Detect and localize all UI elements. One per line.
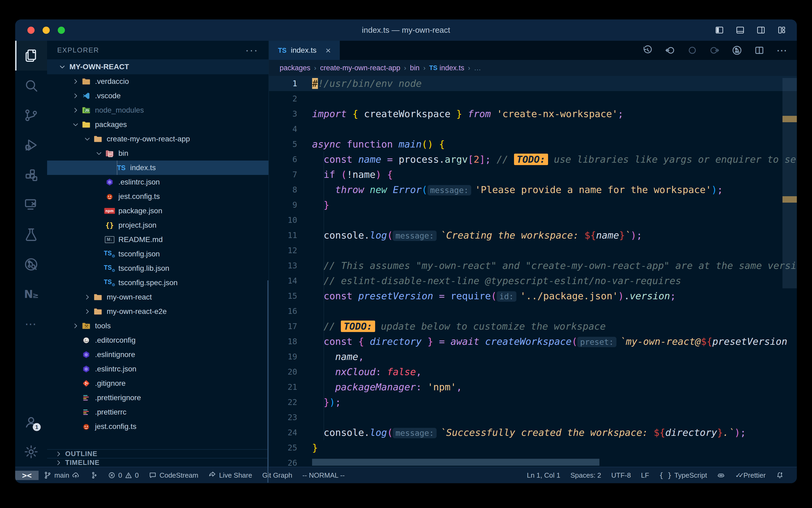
breadcrumb-item-bin[interactable]: bin [410,64,420,72]
codestream-status[interactable]: CodeStream [144,467,203,483]
tree-item--eslintrc-json[interactable]: .eslintrc.json [47,362,269,376]
close-tab-icon[interactable]: × [325,45,331,56]
tree-item--verdaccio[interactable]: .verdaccio [47,74,269,89]
activity-bar-item-explorer[interactable] [15,41,47,71]
tree-item--eslintignore[interactable]: .eslintignore [47,347,269,362]
vertical-scrollbar[interactable] [782,78,797,288]
navigate-back-icon[interactable] [665,45,675,56]
tree-item-package-json[interactable]: npmpackage.json [47,204,269,218]
tree-item-tools[interactable]: ⚒tools [47,319,269,333]
activity-bar-item-remote-explorer[interactable] [15,190,47,220]
chevron-right-icon [71,78,80,85]
code-token: presetVersion [358,291,433,301]
language-status[interactable]: { }TypeScript [654,467,712,483]
tree-item-readme-md[interactable]: M↓README.md [47,232,269,247]
activity-bar-item-run-and-debug[interactable] [15,130,47,160]
tab-index-ts[interactable]: TS index.ts × [269,41,340,60]
activity-bar-item-settings[interactable] [15,437,47,467]
tree-item-tsconfig-json[interactable]: TS⚙tsconfig.json [47,247,269,261]
tree-item--editorconfig[interactable]: .editorconfig [47,333,269,347]
more-actions-icon[interactable]: ⋯ [776,49,788,51]
tree-item-bin[interactable]: 0110bin [47,146,269,161]
code-token: // eslint-disable-next-line @typescript-… [324,275,681,286]
indentation-status[interactable]: Spaces: 2 [565,467,606,483]
tree-item-my-own-react[interactable]: my-own-react [47,290,269,304]
code-token: ) [375,169,381,180]
breadcrumb-item-index-ts[interactable]: TSindex.ts [429,64,464,72]
git-graph-status[interactable]: Git Graph [257,467,297,483]
code-line-2: 2 [269,91,797,106]
code-token: ( [422,184,428,195]
breadcrumb-item-packages[interactable]: packages [280,64,311,72]
tree-item-label: my-own-react-e2e [107,307,167,316]
tree-item-project-json[interactable]: {}project.json [47,218,269,232]
notifications-bell[interactable] [771,467,789,483]
activity-bar-item-more[interactable]: ⋯ [15,309,47,339]
code-token: nxCloud [335,366,376,377]
code-token: throw [335,184,364,195]
remote-indicator[interactable]: >< [15,471,39,480]
tree-item-label: index.ts [130,164,156,172]
copilot-status[interactable] [712,467,730,483]
tree-item-node-modules[interactable]: JSnode_modules [47,103,269,117]
branch-status[interactable]: main [39,467,85,483]
encoding-status[interactable]: UTF-8 [606,467,636,483]
tree-root-my-own-react[interactable]: MY-OWN-REACT [47,59,269,74]
eol-status[interactable]: LF [636,467,654,483]
horizontal-scrollbar[interactable] [312,459,600,466]
breadcrumb-item-create-my-own-react-app[interactable]: create-my-own-react-app [320,64,400,72]
activity-bar-item-search[interactable] [15,71,47,100]
toggle-primary-sidebar-icon[interactable] [715,26,724,35]
navigate-forward-icon[interactable] [709,45,720,56]
cursor-position-status[interactable]: Ln 1, Col 1 [522,467,565,483]
problems-status[interactable]: 00 [103,467,144,483]
vim-mode-status[interactable]: -- NORMAL -- [297,467,349,483]
eslint-icon [81,364,91,374]
commits-status[interactable] [85,467,103,483]
tree-item-index-ts[interactable]: TSindex.ts [47,161,269,175]
folder-orange-icon [81,76,91,87]
tree-item-my-own-react-e2e[interactable]: my-own-react-e2e [47,304,269,319]
activity-bar-item-source-control[interactable] [15,100,47,130]
sidebar-more-actions[interactable]: ··· [245,47,258,53]
toggle-secondary-sidebar-icon[interactable] [756,26,765,35]
code-token: createWorkspace [358,109,456,119]
tree-item-jest-config-ts[interactable]: jest.config.ts [47,419,269,434]
activity-bar-item-extensions[interactable] [15,160,47,190]
tree-item--prettierignore[interactable]: .prettierignore [47,391,269,405]
breadcrumb-item--[interactable]: … [474,64,481,72]
tree-item--eslintrc-json[interactable]: .eslintrc.json [47,175,269,189]
code-editor[interactable]: 1#!/usr/bin/env node23import { createWor… [269,76,797,467]
activity-bar-item-git-graph[interactable] [15,250,47,279]
file-tree: .verdaccio.vscodeJSnode_modulespackagesc… [47,74,269,449]
folder-node-icon: JS [81,105,91,115]
code-line-content [297,243,312,258]
sidebar-section-timeline[interactable]: TIMELINE [47,458,269,467]
tree-item--vscode[interactable]: .vscode [47,89,269,103]
history-icon[interactable] [642,45,653,56]
sidebar-scrollbar[interactable] [268,280,269,483]
line-number: 21 [269,379,297,394]
sidebar-section-outline[interactable]: OUTLINE [47,449,269,458]
code-token: . [624,291,630,301]
activity-bar-item-accounts[interactable]: 1 [15,407,47,437]
tree-item-tsconfig-spec-json[interactable]: TS⚙tsconfig.spec.json [47,276,269,290]
live-share-status[interactable]: Live Share [203,467,257,483]
tree-item-create-my-own-react-app[interactable]: create-my-own-react-app [47,132,269,146]
tree-item-packages[interactable]: packages [47,117,269,132]
run-circle-icon[interactable] [687,45,698,56]
prettier-status[interactable]: ✓✓ Prettier [730,467,771,483]
activity-bar-item-nx-console[interactable]: N≥ [15,279,47,309]
git-graph-circle-icon[interactable] [732,45,742,56]
toggle-panel-icon[interactable] [736,26,745,35]
code-token: 2 [474,154,479,165]
code-token [352,154,359,165]
tree-item-jest-config-ts[interactable]: jest.config.ts [47,189,269,204]
split-editor-icon[interactable] [754,45,765,56]
tree-item--gitignore[interactable]: .gitignore [47,376,269,391]
customize-layout-icon[interactable] [777,26,786,35]
tree-item--prettierrc[interactable]: .prettierrc [47,405,269,419]
activity-bar-item-testing[interactable] [15,220,47,250]
block-cursor: # [312,78,318,89]
tree-item-tsconfig-lib-json[interactable]: TS⚙tsconfig.lib.json [47,261,269,276]
